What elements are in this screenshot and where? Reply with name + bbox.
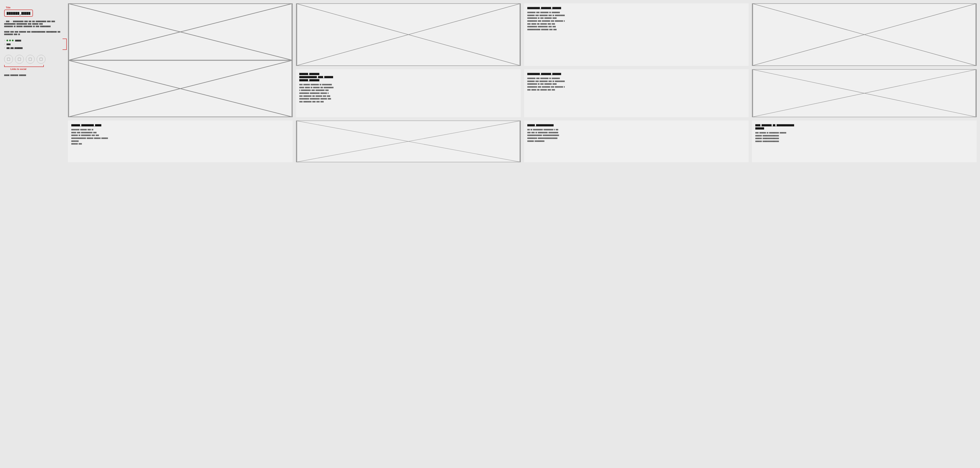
col1-text-card-3: ███████ ██████████ █████ ██████████ ████… [68, 121, 293, 162]
social-icon-3[interactable] [26, 55, 35, 64]
social-bracket [4, 65, 44, 67]
social-icons-row [4, 55, 60, 64]
nav-item-3[interactable]: › ███ ███ ████████ [4, 46, 60, 50]
social-inner-2 [18, 58, 21, 61]
col3-title-2: ██████████ ████████ ███████ [527, 73, 746, 76]
wire-svg-1 [68, 3, 293, 117]
col2-text-card-2: ███████ ████████ ██████████████ ████ ███… [296, 69, 521, 117]
nav-item-1[interactable]: › ██████ [4, 38, 60, 42]
social-inner-4 [40, 58, 43, 61]
content-grid: ██████████ ████████ ███████ ██████████ █… [68, 3, 977, 162]
wire-svg-5 [752, 70, 977, 117]
title-annotation: Title [6, 6, 60, 9]
col2-title-2: ███████ ████████ ██████████████ ████ ███… [299, 73, 517, 82]
nav-dot-icon [6, 40, 8, 41]
nav-bracket [62, 38, 67, 50]
social-inner-1 [7, 58, 10, 61]
wire-svg-6 [296, 121, 520, 162]
col2-body-2: ████ ████████ ██████████ ██ ████████████… [299, 84, 517, 103]
chevron-2-icon: › [4, 43, 5, 45]
wire-svg-4 [752, 3, 977, 66]
social-icon-1[interactable] [4, 55, 13, 64]
title-box: ███████ █████ [4, 10, 33, 17]
main-content: ██████████ ████████ ███████ ██████████ █… [65, 0, 980, 468]
col4-wire-image-top [752, 3, 977, 66]
chevron-icon: › [4, 40, 5, 41]
sidebar-body-2: ██████ ████ ████ ████████ ████ █████████… [4, 31, 60, 36]
col3-text-card-1: ██████████ ████████ ███████ ██████████ █… [524, 3, 749, 66]
wire-svg-2 [296, 3, 520, 66]
nav-label-3[interactable]: ███ ███ ████████ [6, 47, 22, 49]
sidebar-body-1: • ████ •• ████████████ ████ ███ ███ ████… [4, 21, 60, 28]
sidebar: Title ███████ █████ • ████ •• ██████████… [0, 0, 65, 468]
social-section: Links to social [4, 55, 60, 70]
col1-title-3: ███████ ██████████ █████ [71, 124, 290, 127]
col3-title-1: ██████████ ████████ ███████ [527, 7, 746, 10]
col3-text-card-3: ██████ ██████████████ ███ ██ ███████████… [524, 121, 749, 162]
sidebar-title: ███████ █████ [7, 12, 30, 15]
col4-text-card-3: ████ ████████ ██ ██████████████ ███████ … [752, 121, 977, 162]
nav-dot-2-icon [9, 40, 11, 41]
col3-body-3: ███ ██ ████████████ ████████████ █ ███ █… [527, 129, 746, 142]
social-icon-2[interactable] [15, 55, 24, 64]
col3-title-3: ██████ ██████████████ [527, 124, 746, 127]
nav-dot-3-icon [12, 40, 14, 41]
col4-title-3: ████ ████████ ██ ██████████████ ███████ [755, 124, 973, 130]
social-icon-4[interactable] [37, 55, 45, 64]
col4-body-3: ████ ████████ ██ ████████████ ████████ █… [755, 132, 973, 143]
nav-item-2[interactable]: › ████ [4, 42, 60, 46]
col3-body-1: ██████████ ████ ██████████ ██ ██████████… [527, 11, 746, 31]
chevron-3-icon: › [4, 47, 5, 49]
col3-text-card-2: ██████████ ████████ ███████ ██████████ █… [524, 69, 749, 117]
col1-body-3: ██████████ ████████ ████ ██ ██████ ████ … [71, 129, 290, 145]
col3-body-2: ██████████ ████ ██████████ ██ ██████████… [527, 77, 746, 91]
social-annotation: Links to social [10, 68, 60, 70]
sidebar-footer: ██████ █████████ ████████ [4, 75, 60, 76]
col2-wire-image [296, 3, 521, 66]
nav-label-2[interactable]: ████ [6, 43, 10, 45]
col4-wire-image-bottom [752, 69, 977, 117]
col2-wire-image-bottom [296, 121, 521, 162]
col1-wire-image [68, 3, 293, 117]
social-inner-3 [29, 58, 32, 61]
nav-label-1[interactable]: ██████ [15, 40, 21, 41]
sidebar-nav: › ██████ › ████ › ███ ███ ████████ Navig… [4, 38, 60, 50]
